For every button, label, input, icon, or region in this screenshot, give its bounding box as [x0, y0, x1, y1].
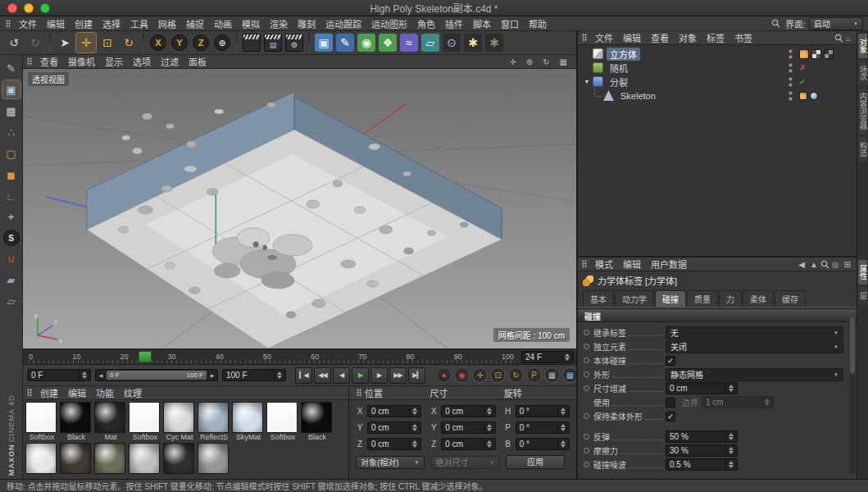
object-row-cube[interactable]: 立方体 — [578, 47, 857, 61]
keyframe-selection-icon[interactable]: ▦ — [562, 367, 576, 383]
pan-view-icon[interactable]: ✛ — [507, 57, 518, 66]
search-icon[interactable] — [771, 19, 780, 28]
viewport-menu-item[interactable]: 查看 — [35, 55, 63, 68]
range-left-arrow-icon[interactable]: ◀ — [96, 372, 106, 378]
menu-item[interactable]: 文件 — [14, 17, 42, 30]
light-dim-icon[interactable]: ✱ — [484, 33, 504, 52]
record-parameter-icon[interactable]: P — [526, 367, 542, 383]
material-thumbnail[interactable] — [94, 443, 125, 474]
search-icon[interactable] — [834, 34, 843, 43]
visibility-dots-icon[interactable] — [788, 91, 793, 101]
current-frame-field[interactable]: 24 F — [521, 351, 574, 363]
record-keyframe-icon[interactable]: ● — [436, 367, 452, 383]
object-manager-menu-item[interactable]: 标签 — [702, 31, 729, 44]
dock-tab[interactable]: 场次 — [858, 61, 867, 85]
attribute-tab[interactable]: 基本 — [583, 290, 614, 307]
deformer-icon[interactable]: ≈ — [399, 33, 419, 52]
menu-item[interactable]: 渲染 — [265, 17, 293, 30]
position-y-field[interactable]: 0 cm — [367, 421, 421, 434]
render-settings-icon[interactable]: ⚙ — [284, 33, 304, 52]
timeline-ruler[interactable]: 0102030405060708090100 24 F — [23, 348, 576, 365]
history-back-icon[interactable]: ◀ — [796, 260, 807, 269]
viewport-menu-item[interactable]: 过滤 — [156, 55, 184, 68]
section-header[interactable]: 碰撞 — [578, 310, 857, 322]
material-thumbnail[interactable] — [198, 443, 229, 474]
attribute-tab[interactable]: 动力学 — [615, 290, 654, 307]
visibility-dots-icon[interactable] — [788, 49, 793, 59]
viewport-menu-item[interactable]: 面板 — [184, 55, 211, 68]
points-mode-icon[interactable]: ∴ — [2, 123, 20, 141]
position-z-field[interactable]: 0 cm — [367, 438, 421, 450]
scrollbar[interactable] — [850, 317, 855, 474]
undo-icon[interactable]: ↺ — [4, 33, 24, 52]
coordinate-system-icon[interactable]: ⊕ — [212, 33, 232, 52]
size-z-field[interactable]: 0 cm — [441, 438, 495, 450]
material-menu-item[interactable]: 创建 — [35, 386, 63, 399]
panel-grip-icon[interactable] — [357, 389, 361, 397]
visibility-dots-icon[interactable] — [788, 77, 793, 87]
material-item[interactable] — [198, 443, 230, 474]
move-tool-icon[interactable]: ✛ — [76, 33, 96, 52]
material-item[interactable] — [94, 443, 127, 474]
next-key-button[interactable]: ▶▶ — [389, 367, 407, 384]
record-pla-icon[interactable]: ▦ — [544, 367, 560, 383]
range-right-arrow-icon[interactable]: ▶ — [207, 372, 217, 378]
object-name[interactable]: 分裂 — [607, 75, 631, 89]
enable-toggle-off[interactable]: ✗ — [799, 63, 806, 72]
shape-dropdown[interactable]: 静态网格▼ — [666, 368, 843, 381]
self-collision-checkbox[interactable]: ✓ — [666, 356, 675, 366]
texture-tag-icon[interactable] — [811, 49, 821, 59]
material-item[interactable]: Softbox — [25, 402, 58, 441]
primitive-cube-icon[interactable]: ▣ — [314, 33, 334, 52]
viewport-menu-item[interactable]: 选项 — [128, 55, 156, 68]
material-menu-item[interactable]: 编辑 — [63, 386, 91, 399]
x-axis-lock-icon[interactable]: X — [148, 33, 168, 52]
dock-tab[interactable]: 属性 — [858, 260, 867, 285]
material-item[interactable] — [163, 443, 196, 474]
material-menu-item[interactable]: 功能 — [91, 386, 119, 399]
viewport-menu-item[interactable]: 摄像机 — [63, 55, 100, 68]
prev-key-button[interactable]: ◀◀ — [314, 367, 331, 384]
keyframe-dot-icon[interactable] — [584, 413, 589, 419]
object-row-fracture[interactable]: ▼ 分裂 ✓ — [578, 75, 857, 89]
new-panel-icon[interactable]: ⊞ — [842, 260, 853, 269]
dynamics-body-tag-icon[interactable] — [799, 49, 809, 59]
range-start-field[interactable]: 0 F — [27, 369, 91, 381]
bounce-field[interactable]: 50 % — [666, 430, 738, 443]
play-button[interactable]: ▶ — [352, 367, 369, 384]
object-row-random[interactable]: 随机 ✗ — [578, 61, 857, 75]
interface-dropdown[interactable]: 启动 ▼ — [809, 17, 863, 30]
light-icon[interactable]: ✱ — [463, 33, 483, 52]
material-item[interactable]: Cyc Mat — [163, 402, 196, 441]
toolbar-icon[interactable] — [308, 34, 310, 52]
menu-item[interactable]: 脚本 — [468, 17, 496, 30]
stepper-arrows-icon[interactable] — [79, 369, 87, 381]
menu-item[interactable]: 选择 — [98, 17, 125, 30]
dynamics-body-tag-icon[interactable] — [799, 92, 807, 100]
attribute-menu-item[interactable]: 模式 — [590, 257, 618, 271]
goto-start-button[interactable]: ▎◀ — [295, 367, 312, 384]
snap-mode-icon[interactable]: S — [3, 230, 20, 246]
material-item[interactable]: Mat — [94, 402, 127, 441]
spline-pen-icon[interactable]: ✎ — [335, 33, 355, 52]
size-mode-dropdown[interactable]: 绝对尺寸▼ — [431, 456, 500, 469]
panel-grip-icon[interactable] — [582, 260, 587, 268]
use-checkbox[interactable] — [666, 398, 675, 408]
keyframe-dot-icon[interactable] — [584, 434, 589, 440]
make-editable-icon[interactable]: ✎ — [2, 59, 20, 77]
material-item[interactable]: Softbox — [266, 402, 299, 441]
dock-tab[interactable]: 对象 — [858, 34, 867, 58]
scale-tool-icon[interactable]: ⊡ — [98, 33, 117, 52]
material-thumbnail[interactable] — [232, 402, 263, 433]
toolbar-icon[interactable] — [143, 34, 144, 52]
expand-triangle-icon[interactable]: ▼ — [583, 79, 591, 84]
range-end-field[interactable]: 100 F — [222, 369, 286, 381]
dock-tab[interactable]: 内容浏览器 — [858, 88, 867, 134]
menu-item[interactable]: 运动跟踪 — [320, 17, 366, 30]
material-item[interactable]: SkyMat — [232, 402, 265, 441]
material-thumbnail[interactable] — [129, 402, 160, 433]
menu-item[interactable]: 动画 — [209, 17, 237, 30]
attribute-tab[interactable]: 柔体 — [743, 290, 774, 307]
perspective-viewport[interactable]: 透视视图 网格间距 : 100 cm y x z — [23, 69, 576, 348]
keyframe-dot-icon[interactable] — [584, 371, 589, 377]
